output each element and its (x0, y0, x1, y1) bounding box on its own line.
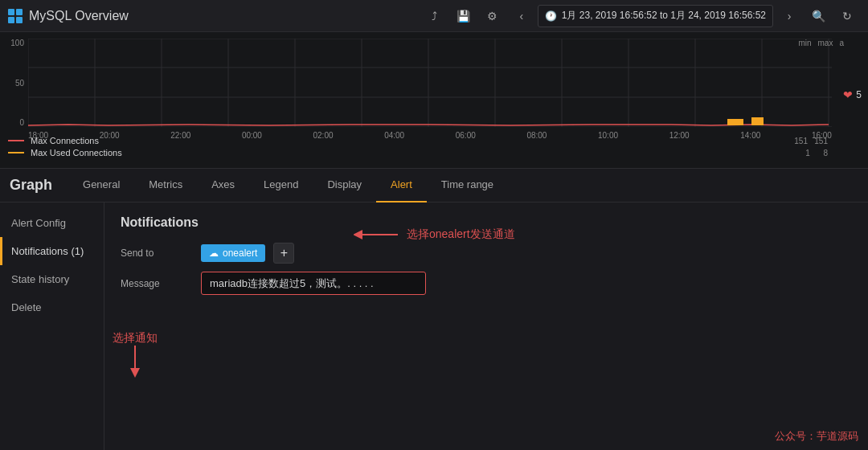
time-range-display[interactable]: 🕐 1月 23, 2019 16:56:52 to 1月 24, 2019 16… (538, 5, 773, 27)
add-notification-button[interactable]: + (273, 243, 294, 264)
xaxis-0400: 04:00 (384, 131, 404, 140)
legend-label-max-used-connections: Max Used Connections (31, 148, 122, 158)
clock-icon: 🕐 (545, 10, 557, 22)
xaxis-0000: 00:00 (242, 131, 262, 140)
refresh-button[interactable]: ↻ (834, 5, 860, 27)
sidebar-label-delete: Delete (11, 301, 42, 313)
sidebar-item-notifications[interactable]: Notifications (1) (0, 237, 104, 265)
legend-stat-max-used: 1 8 (805, 149, 828, 158)
chart-yaxis: 100 50 0 (0, 39, 28, 127)
message-row: Message (121, 272, 852, 295)
sidebar-indicator (0, 237, 2, 265)
sidebar: Alert Config Notifications (1) State his… (0, 202, 104, 450)
xaxis-2200: 22:00 (170, 131, 190, 140)
heart-icon: ❤ (843, 88, 853, 101)
annotation-text-1: 选择onealert发送通道 (407, 227, 515, 242)
xaxis-2000: 20:00 (100, 131, 120, 140)
panel-title: Graph (10, 177, 52, 194)
message-label: Message (121, 278, 193, 289)
sidebar-item-delete[interactable]: Delete (0, 293, 104, 321)
chart-area: 18:00 20:00 22:00 00:00 02:00 04:00 06:0… (28, 39, 832, 127)
chart-stats-header: min max a (798, 39, 844, 47)
legend-line-yellow (8, 152, 24, 153)
xaxis-1600: 16:00 (812, 131, 832, 140)
onealert-label: onealert (223, 248, 257, 259)
message-input[interactable] (201, 272, 426, 295)
save-button[interactable]: 💾 (451, 5, 477, 27)
time-range-text: 1月 23, 2019 16:56:52 to 1月 24, 2019 16:5… (562, 9, 766, 22)
xaxis-1800: 18:00 (28, 131, 48, 140)
xaxis-1200: 12:00 (669, 131, 690, 140)
header: MySQL Overview ⤴ 💾 ⚙ ‹ 🕐 1月 23, 2019 16:… (0, 0, 868, 32)
chart-xaxis: 18:00 20:00 22:00 00:00 02:00 04:00 06:0… (28, 131, 832, 140)
send-to-row: Send to ☁ onealert + (121, 243, 852, 264)
yaxis-100: 100 (10, 39, 24, 47)
tabs-bar: Graph General Metrics Axes Legend Displa… (0, 169, 868, 202)
svg-rect-18 (751, 117, 764, 125)
svg-rect-17 (727, 119, 743, 125)
main-content: Alert Config Notifications (1) State his… (0, 202, 868, 450)
xaxis-1000: 10:00 (598, 131, 618, 140)
legend-item-max-used-connections: Max Used Connections 1 8 (8, 148, 860, 158)
chart-container: 100 50 0 (0, 32, 868, 169)
annotation-onealert: 选择onealert发送通道 (354, 227, 515, 243)
tab-time-range[interactable]: Time range (427, 169, 508, 202)
share-button[interactable]: ⤴ (422, 5, 448, 27)
xaxis-1400: 14:00 (740, 131, 760, 140)
badge-value: 5 (856, 89, 862, 100)
logo-icon (8, 9, 23, 23)
legend-line-red (8, 140, 24, 141)
arrow1-icon (354, 227, 402, 243)
watermark: 公众号：芋道源码 (775, 429, 858, 444)
yaxis-0: 0 (19, 118, 24, 127)
yaxis-50: 50 (15, 79, 24, 88)
app-title: MySQL Overview (29, 9, 129, 23)
xaxis-0800: 08:00 (526, 131, 547, 140)
sidebar-label-alert-config: Alert Config (11, 217, 66, 229)
right-panel: Notifications Send to ☁ onealert + Messa… (104, 202, 868, 450)
header-actions: ⤴ 💾 ⚙ ‹ 🕐 1月 23, 2019 16:56:52 to 1月 24,… (422, 5, 860, 27)
annotation-select-notify: 选择通知 (113, 331, 158, 378)
tab-metrics[interactable]: Metrics (134, 169, 197, 202)
onealert-icon: ☁ (209, 248, 219, 259)
tab-general[interactable]: General (68, 169, 134, 202)
app-logo: MySQL Overview (8, 9, 129, 23)
chart-badge: ❤ 5 (843, 88, 862, 101)
sidebar-item-state-history[interactable]: State history (0, 265, 104, 293)
sidebar-item-alert-config[interactable]: Alert Config (0, 209, 104, 237)
arrow2-icon (123, 346, 147, 378)
back-button[interactable]: ‹ (509, 5, 534, 27)
tab-display[interactable]: Display (313, 169, 376, 202)
chart-svg (28, 39, 832, 127)
annotation-text-2: 选择通知 (113, 331, 158, 346)
settings-button[interactable]: ⚙ (480, 5, 506, 27)
xaxis-0200: 02:00 (313, 131, 334, 140)
send-to-label: Send to (121, 248, 193, 259)
zoom-button[interactable]: 🔍 (805, 5, 831, 27)
sidebar-label-notifications: Notifications (1) (11, 245, 84, 257)
tab-alert[interactable]: Alert (376, 169, 427, 202)
tab-axes[interactable]: Axes (197, 169, 249, 202)
forward-button[interactable]: › (776, 5, 802, 27)
onealert-button[interactable]: ☁ onealert (201, 244, 265, 262)
sidebar-label-state-history: State history (11, 273, 69, 285)
tab-legend[interactable]: Legend (249, 169, 313, 202)
xaxis-0600: 06:00 (456, 131, 476, 140)
